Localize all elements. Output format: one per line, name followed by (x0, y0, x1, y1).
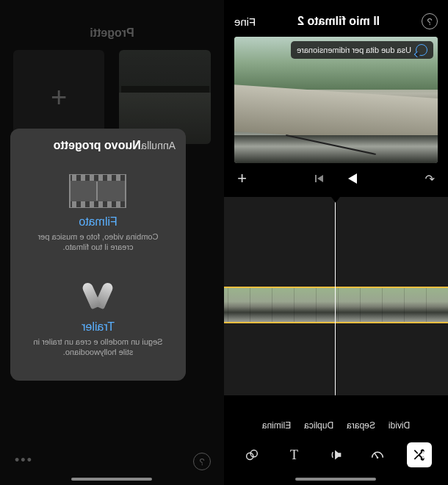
trailer-option-title: Trailer (26, 320, 170, 334)
movie-option-title: Filmato (26, 215, 170, 229)
text-tool[interactable]: T (282, 442, 307, 467)
undo-button[interactable]: ↶ (425, 172, 435, 186)
cut-tool[interactable] (408, 442, 433, 467)
movie-option-desc: Combina video, foto e musica per creare … (26, 231, 170, 253)
volume-tool[interactable] (324, 442, 349, 467)
playhead[interactable] (336, 197, 336, 395)
tool-bar: T (224, 442, 448, 467)
help-icon: ? (427, 16, 432, 27)
plus-icon: + (51, 82, 67, 113)
bottom-bar: ? ••• (0, 453, 224, 470)
projects-screen: Progetti + Annulla Nuovo progetto Filmat… (0, 0, 224, 485)
help-button[interactable]: ? (422, 13, 438, 29)
speaker-icon (328, 447, 344, 463)
detach-action[interactable]: Separa (347, 420, 375, 431)
more-button[interactable]: ••• (13, 453, 32, 470)
cancel-button[interactable]: Annulla (141, 140, 176, 151)
modal-header: Annulla Nuovo progetto (21, 139, 176, 152)
help-button[interactable]: ? (193, 453, 211, 470)
projects-header: Progetti (0, 0, 224, 50)
play-button[interactable] (348, 173, 357, 184)
clip-edit-actions: Dividi Separa Duplica Elimina (224, 420, 448, 431)
split-action[interactable]: Dividi (389, 420, 410, 431)
overlapping-circles-icon (245, 447, 261, 463)
skip-to-end-button[interactable] (315, 175, 323, 182)
video-clip[interactable] (224, 287, 448, 323)
editor-screen: ? Il mio filmato 2 Fine Usa due dita per… (224, 0, 448, 485)
done-button[interactable]: Fine (234, 15, 256, 28)
project-title: Il mio filmato 2 (297, 15, 380, 28)
new-project-modal: Annulla Nuovo progetto Filmato Combina v… (10, 129, 186, 381)
scissors-icon (413, 448, 427, 462)
trailer-option[interactable]: Trailer Segui un modello e crea un trail… (21, 262, 176, 367)
svg-point-0 (377, 456, 379, 459)
trailer-option-desc: Segui un modello e crea un trailer in st… (26, 337, 170, 358)
speed-tool[interactable] (366, 442, 391, 467)
delete-action[interactable]: Elimina (262, 420, 291, 431)
home-indicator[interactable] (72, 478, 153, 481)
spotlights-icon (76, 276, 120, 313)
add-media-button[interactable]: + (237, 169, 247, 188)
help-icon: ? (199, 456, 204, 467)
duplicate-action[interactable]: Duplica (304, 420, 333, 431)
speedometer-icon (370, 447, 386, 463)
home-indicator[interactable] (296, 478, 377, 481)
playhead-marker-icon (332, 197, 341, 203)
text-icon: T (290, 448, 298, 463)
hint-text: Usa due dita per ridimensionare (297, 46, 411, 54)
video-preview-container: Usa due dita per ridimensionare (234, 37, 438, 163)
timeline[interactable] (224, 197, 448, 395)
magnifier-icon (416, 44, 427, 56)
editor-header: ? Il mio filmato 2 Fine (224, 0, 448, 37)
filmstrip-icon (70, 174, 127, 208)
movie-option[interactable]: Filmato Combina video, foto e musica per… (21, 165, 176, 262)
filters-tool[interactable] (240, 442, 265, 467)
playback-bar: ↶ + (224, 163, 448, 194)
modal-title: Nuovo progetto (54, 139, 141, 152)
resize-hint-banner: Usa due dita per ridimensionare (291, 41, 433, 59)
